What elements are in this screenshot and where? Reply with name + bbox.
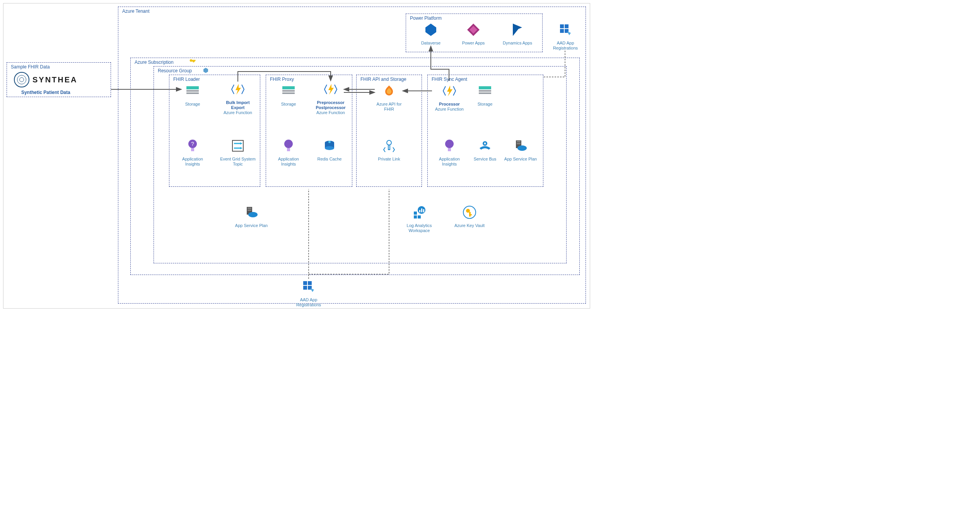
svg-rect-59 xyxy=(303,286,307,290)
node-sync-sb: Service Bus xyxy=(468,138,502,162)
insights-icon: ? xyxy=(185,138,200,154)
powerapps-icon xyxy=(466,22,481,38)
synthea-brand: SYNTHEA xyxy=(32,75,78,84)
svg-rect-23 xyxy=(287,148,290,151)
function-icon xyxy=(230,82,246,97)
svg-marker-16 xyxy=(240,142,242,145)
node-sync-storage: Storage xyxy=(468,83,502,107)
svg-rect-4 xyxy=(565,24,569,28)
keyvault-icon xyxy=(462,205,477,220)
svg-rect-33 xyxy=(479,92,491,94)
label-sample-fhir: Sample FHIR Data xyxy=(11,64,50,70)
label-fhir-sync: FHIR Sync Agent xyxy=(432,77,467,82)
svg-marker-61 xyxy=(310,288,314,292)
key-icon xyxy=(189,57,196,65)
svg-rect-58 xyxy=(308,281,312,285)
insights-icon xyxy=(442,138,457,154)
dataverse-icon xyxy=(423,22,439,38)
svg-rect-10 xyxy=(186,92,199,94)
label-fhir-proxy: FHIR Proxy xyxy=(270,77,294,82)
svg-point-34 xyxy=(445,140,454,148)
svg-point-27 xyxy=(328,141,331,143)
node-sync-function: Processor Azure Function xyxy=(432,83,467,112)
svg-text:?: ? xyxy=(191,141,194,147)
svg-point-41 xyxy=(517,145,527,151)
svg-point-45 xyxy=(248,212,258,217)
node-rg-asp: App Service Plan xyxy=(234,205,269,228)
fhir-api-icon xyxy=(381,83,397,99)
node-proxy-redis: Redis Cache xyxy=(312,138,347,162)
svg-rect-44 xyxy=(248,210,251,211)
appservice-icon xyxy=(513,138,528,154)
svg-rect-48 xyxy=(418,215,421,219)
svg-rect-40 xyxy=(517,143,521,144)
node-powerapps: Power Apps xyxy=(456,22,491,46)
node-proxy-function: Preprocessor Postprocessor Azure Functio… xyxy=(311,82,350,116)
storage-icon xyxy=(185,83,200,99)
label-power-platform: Power Platform xyxy=(410,15,442,21)
insights-icon xyxy=(281,138,296,154)
svg-rect-52 xyxy=(423,209,424,212)
node-api-privatelink: Private Link xyxy=(372,138,406,162)
svg-rect-46 xyxy=(414,212,417,215)
label-resource-group: Resource Group xyxy=(158,68,192,73)
svg-marker-11 xyxy=(236,84,241,95)
node-dataverse: Dataverse xyxy=(413,22,448,46)
synthea-tagline: Synthetic Patient Data xyxy=(14,90,78,95)
svg-rect-20 xyxy=(282,92,295,94)
node-api-fhir: Azure API for FHIR xyxy=(372,83,406,112)
label-fhir-api: FHIR API and Storage xyxy=(360,77,406,82)
svg-rect-8 xyxy=(186,86,199,89)
label-azure-tenant: Azure Tenant xyxy=(122,9,150,14)
redis-icon xyxy=(322,138,337,154)
svg-rect-43 xyxy=(248,208,251,209)
svg-rect-39 xyxy=(517,141,521,142)
container-sample-fhir: Sample FHIR Data SYNTHEA Synthetic Patie… xyxy=(7,62,111,97)
dynamics-icon xyxy=(510,22,525,38)
svg-marker-30 xyxy=(447,85,452,96)
storage-icon xyxy=(281,83,296,99)
svg-marker-17 xyxy=(240,147,242,149)
svg-rect-13 xyxy=(191,148,194,151)
svg-rect-50 xyxy=(419,210,420,212)
node-rg-law: Log Analytics Workspace xyxy=(402,205,437,233)
svg-rect-9 xyxy=(186,90,199,92)
node-dynamics: Dynamics Apps xyxy=(500,22,535,46)
svg-rect-5 xyxy=(560,29,564,33)
function-icon xyxy=(323,82,338,97)
node-aad-bottom: AAD App Registrations xyxy=(291,279,326,307)
appservice-icon xyxy=(244,205,259,220)
label-fhir-loader: FHIR Loader xyxy=(173,77,200,82)
svg-rect-29 xyxy=(388,145,390,150)
aad-icon xyxy=(558,22,573,38)
cube-icon xyxy=(203,67,209,73)
node-proxy-storage: Storage xyxy=(271,83,306,107)
node-proxy-ai: Application Insights xyxy=(271,138,306,167)
loganalytics-icon xyxy=(411,205,427,220)
svg-rect-18 xyxy=(282,86,295,89)
svg-rect-51 xyxy=(421,208,422,212)
node-aad-top: AAD App Registrations xyxy=(548,22,583,51)
svg-rect-35 xyxy=(448,148,451,151)
synthea-logo: SYNTHEA xyxy=(14,72,78,87)
node-rg-kv: Azure Key Vault xyxy=(452,205,487,228)
eventgrid-icon xyxy=(230,138,246,154)
servicebus-icon xyxy=(477,138,493,154)
label-azure-subscription: Azure Subscription xyxy=(135,60,174,65)
svg-point-22 xyxy=(284,140,293,148)
node-loader-ai: ? Application Insights xyxy=(175,138,210,167)
node-loader-function: Bulk Import Export Azure Function xyxy=(219,82,257,116)
svg-rect-15 xyxy=(232,140,243,151)
svg-rect-56 xyxy=(469,214,472,215)
svg-point-26 xyxy=(325,146,334,150)
storage-icon xyxy=(477,83,493,99)
svg-marker-21 xyxy=(328,84,334,95)
function-icon xyxy=(442,83,457,99)
svg-rect-47 xyxy=(414,215,417,219)
node-sync-ai: Application Insights xyxy=(432,138,467,167)
svg-rect-19 xyxy=(282,90,295,92)
svg-point-28 xyxy=(387,140,391,145)
diagram-canvas: Sample FHIR Data SYNTHEA Synthetic Patie… xyxy=(3,3,590,309)
svg-rect-3 xyxy=(560,24,564,28)
svg-rect-32 xyxy=(479,90,491,92)
